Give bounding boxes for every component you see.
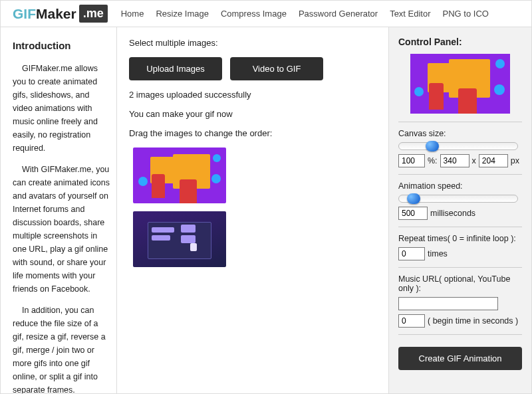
logo-part2: Maker (36, 6, 76, 22)
intro-p3: In addition, you can reduce the file siz… (13, 304, 110, 394)
main: Introduction GIFMaker.me allows you to c… (1, 27, 531, 394)
control-panel: Control Panel: Canvas size: %: x px (388, 27, 531, 394)
begin-time-input[interactable] (398, 314, 425, 328)
control-panel-title: Control Panel: (398, 37, 522, 47)
animation-speed-slider[interactable] (398, 195, 518, 203)
music-url-label: Music URL( optional, YouTube only ): (398, 274, 522, 293)
logo-part1: GIF (13, 6, 36, 22)
repeat-section: Repeat times( 0 = infinite loop ): times (398, 227, 522, 267)
preview-canvas (410, 54, 510, 114)
nav-compress[interactable]: Compress Image (221, 9, 287, 19)
begin-time-label: ( begin time in seconds ) (428, 316, 518, 326)
music-url-section: Music URL( optional, YouTube only ): ( b… (398, 267, 522, 334)
repeat-input[interactable] (398, 247, 425, 260)
intro-p1: GIFMaker.me allows you to create animate… (13, 62, 110, 155)
speed-unit: milliseconds (430, 209, 475, 218)
nav-png-ico[interactable]: PNG to ICO (443, 9, 489, 19)
x-symbol: x (472, 156, 476, 165)
image-thumb-2[interactable] (133, 211, 226, 267)
canvas-size-slider[interactable] (398, 142, 518, 150)
canvas-height-input[interactable] (479, 154, 508, 167)
animation-speed-section: Animation speed: milliseconds (398, 174, 522, 227)
header: GIFMaker .me Home Resize Image Compress … (1, 1, 531, 27)
logo-part3: .me (79, 5, 108, 23)
intro-column: Introduction GIFMaker.me allows you to c… (1, 27, 117, 394)
nav: Home Resize Image Compress Image Passwor… (121, 9, 489, 19)
drag-label: Drag the images to change the order: (129, 128, 376, 138)
pct-symbol: %: (428, 156, 438, 165)
video-to-gif-button[interactable]: Video to GIF (230, 57, 323, 80)
speed-input[interactable] (398, 207, 428, 220)
logo[interactable]: GIFMaker .me (13, 5, 108, 23)
px-symbol: px (511, 156, 519, 165)
ready-text: You can make your gif now (129, 109, 376, 119)
canvas-pct-input[interactable] (398, 154, 425, 167)
canvas-width-input[interactable] (440, 154, 469, 167)
nav-password[interactable]: Password Generator (299, 9, 378, 19)
canvas-size-section: Canvas size: %: x px (398, 122, 522, 174)
nav-resize[interactable]: Resize Image (156, 9, 208, 19)
upload-images-button[interactable]: Upload Images (129, 57, 222, 80)
canvas-size-label: Canvas size: (398, 129, 522, 138)
repeat-unit: times (428, 249, 448, 258)
intro-p2: With GIFMaker.me, you can create animate… (13, 163, 110, 296)
image-thumb-1[interactable] (133, 148, 226, 203)
button-row: Upload Images Video to GIF (129, 57, 376, 80)
create-gif-button[interactable]: Create GIF Animation (398, 347, 522, 370)
nav-home[interactable]: Home (121, 9, 144, 19)
repeat-label: Repeat times( 0 = infinite loop ): (398, 234, 522, 243)
upload-column: Select multiple images: Upload Images Vi… (117, 27, 388, 394)
nav-text-editor[interactable]: Text Editor (390, 9, 430, 19)
animation-speed-label: Animation speed: (398, 181, 522, 191)
upload-status: 2 images uploaded successfully (129, 90, 376, 100)
intro-title: Introduction (13, 38, 110, 54)
select-label: Select multiple images: (129, 38, 376, 48)
music-url-input[interactable] (398, 297, 498, 310)
